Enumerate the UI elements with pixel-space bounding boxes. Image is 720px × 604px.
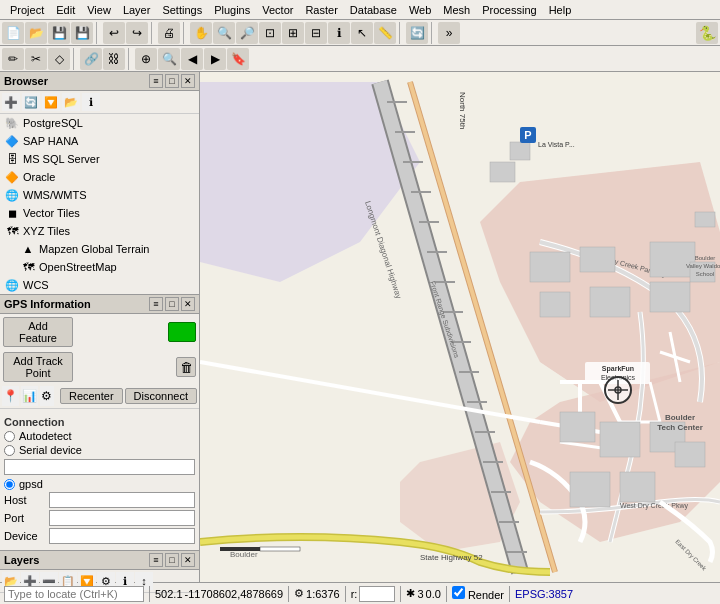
zoom-in-btn[interactable]: 🔍: [213, 22, 235, 44]
zoom-next-btn[interactable]: ▶: [204, 48, 226, 70]
svg-text:North 75th: North 75th: [458, 92, 467, 129]
topology-btn[interactable]: ⛓: [103, 48, 125, 70]
menu-settings[interactable]: Settings: [156, 2, 208, 18]
add-track-point-btn[interactable]: Add Track Point: [3, 352, 73, 382]
tree-label: Vector Tiles: [23, 207, 80, 219]
zoom-prev-btn[interactable]: ◀: [181, 48, 203, 70]
menu-layer[interactable]: Layer: [117, 2, 157, 18]
map-area[interactable]: Longmont Diagonal Highway Front Range Su…: [200, 72, 720, 582]
menu-vector[interactable]: Vector: [256, 2, 299, 18]
gps-green-btn[interactable]: [168, 322, 196, 342]
measure-btn[interactable]: 📏: [374, 22, 396, 44]
browser-header: Browser ≡ □ ✕: [0, 72, 199, 91]
gps-menu-btn[interactable]: ≡: [149, 297, 163, 311]
tree-item-wms[interactable]: 🌐 WMS/WMTS: [0, 186, 199, 204]
browser-collapse-btn[interactable]: 📂: [62, 93, 80, 111]
tree-item-wcs[interactable]: 🌐 WCS: [0, 276, 199, 294]
node-btn[interactable]: ◇: [48, 48, 70, 70]
rotation-input[interactable]: 100%: [359, 586, 395, 602]
device-input[interactable]: [49, 528, 195, 544]
svg-rect-45: [650, 242, 695, 277]
tree-item-mssql[interactable]: 🗄 MS SQL Server: [0, 150, 199, 168]
svg-rect-44: [590, 287, 630, 317]
edit-btn[interactable]: ✂: [25, 48, 47, 70]
gpsd-label: gpsd: [19, 478, 43, 490]
menu-help[interactable]: Help: [543, 2, 578, 18]
local-gpsd-input[interactable]: local gpsd: [4, 459, 195, 475]
browser-float-btn[interactable]: □: [165, 74, 179, 88]
menu-web[interactable]: Web: [403, 2, 437, 18]
layers-float-btn[interactable]: □: [165, 553, 179, 567]
status-sep-1: [149, 586, 150, 602]
connection-label: Connection: [4, 416, 195, 428]
gps-close-btn[interactable]: ✕: [181, 297, 195, 311]
add-feature-btn[interactable]: Add Feature: [3, 317, 73, 347]
save-as-btn[interactable]: 💾: [71, 22, 93, 44]
select-btn[interactable]: ↖: [351, 22, 373, 44]
new-project-btn[interactable]: 📄: [2, 22, 24, 44]
print-btn[interactable]: 🖨: [158, 22, 180, 44]
port-input[interactable]: 2947: [49, 510, 195, 526]
open-project-btn[interactable]: 📂: [25, 22, 47, 44]
undo-btn[interactable]: ↩: [103, 22, 125, 44]
host-row: Host 10.8.252.90: [4, 492, 195, 508]
tree-item-mapzen[interactable]: ▲ Mapzen Global Terrain: [0, 240, 199, 258]
menu-processing[interactable]: Processing: [476, 2, 542, 18]
refresh-btn[interactable]: 🔄: [406, 22, 428, 44]
menu-project[interactable]: Project: [4, 2, 50, 18]
layers-menu-btn[interactable]: ≡: [149, 553, 163, 567]
disconnect-btn[interactable]: Disconnect: [125, 388, 197, 404]
menu-raster[interactable]: Raster: [299, 2, 343, 18]
tree-item-postgresql[interactable]: 🐘 PostgreSQL: [0, 114, 199, 132]
autodetect-radio[interactable]: [4, 431, 15, 442]
locate-input[interactable]: [4, 586, 144, 602]
more-tools-btn[interactable]: »: [438, 22, 460, 44]
tree-item-vectortiles[interactable]: ◼ Vector Tiles: [0, 204, 199, 222]
gps-settings-icon[interactable]: ⚙: [40, 386, 54, 406]
zoom-selection-btn[interactable]: ⊟: [305, 22, 327, 44]
menu-view[interactable]: View: [81, 2, 117, 18]
menu-database[interactable]: Database: [344, 2, 403, 18]
browser-menu-btn[interactable]: ≡: [149, 74, 163, 88]
gpsd-radio[interactable]: [4, 479, 15, 490]
tree-label: WCS: [23, 279, 49, 291]
browser-refresh-btn[interactable]: 🔄: [22, 93, 40, 111]
recenter-btn[interactable]: Recenter: [60, 388, 123, 404]
render-checkbox[interactable]: [452, 586, 465, 599]
pan2-btn[interactable]: ⊕: [135, 48, 157, 70]
redo-btn[interactable]: ↪: [126, 22, 148, 44]
delete-btn[interactable]: 🗑: [176, 357, 196, 377]
save-project-btn[interactable]: 💾: [48, 22, 70, 44]
gps-chart-icon[interactable]: 📊: [21, 386, 38, 406]
browser-info-btn[interactable]: ℹ: [82, 93, 100, 111]
device-label: Device: [4, 530, 49, 542]
z-field: ✱ 3 0.0: [406, 587, 440, 600]
browser-add-btn[interactable]: ➕: [2, 93, 20, 111]
zoom-native-btn[interactable]: 🔍: [158, 48, 180, 70]
serial-radio[interactable]: [4, 445, 15, 456]
zoom-full-btn[interactable]: ⊡: [259, 22, 281, 44]
browser-close-btn[interactable]: ✕: [181, 74, 195, 88]
pan-btn[interactable]: ✋: [190, 22, 212, 44]
snapping-btn[interactable]: 🔗: [80, 48, 102, 70]
zoom-out-btn[interactable]: 🔎: [236, 22, 258, 44]
tree-item-osm[interactable]: 🗺 OpenStreetMap: [0, 258, 199, 276]
zoom-bookmark-btn[interactable]: 🔖: [227, 48, 249, 70]
host-input[interactable]: 10.8.252.90: [49, 492, 195, 508]
oracle-icon: 🔶: [4, 169, 20, 185]
browser-filter-btn[interactable]: 🔽: [42, 93, 60, 111]
layers-close-btn[interactable]: ✕: [181, 553, 195, 567]
python-btn[interactable]: 🐍: [696, 22, 718, 44]
gps-float-btn[interactable]: □: [165, 297, 179, 311]
menu-mesh[interactable]: Mesh: [437, 2, 476, 18]
identify-btn[interactable]: ℹ: [328, 22, 350, 44]
menu-edit[interactable]: Edit: [50, 2, 81, 18]
tree-item-oracle[interactable]: 🔶 Oracle: [0, 168, 199, 186]
digitize-btn[interactable]: ✏: [2, 48, 24, 70]
tree-item-saphana[interactable]: 🔷 SAP HANA: [0, 132, 199, 150]
gps-position-icon[interactable]: 📍: [2, 386, 19, 406]
menu-plugins[interactable]: Plugins: [208, 2, 256, 18]
epsg-badge[interactable]: EPSG:3857: [515, 588, 573, 600]
zoom-layer-btn[interactable]: ⊞: [282, 22, 304, 44]
tree-item-xyztiles[interactable]: 🗺 XYZ Tiles: [0, 222, 199, 240]
